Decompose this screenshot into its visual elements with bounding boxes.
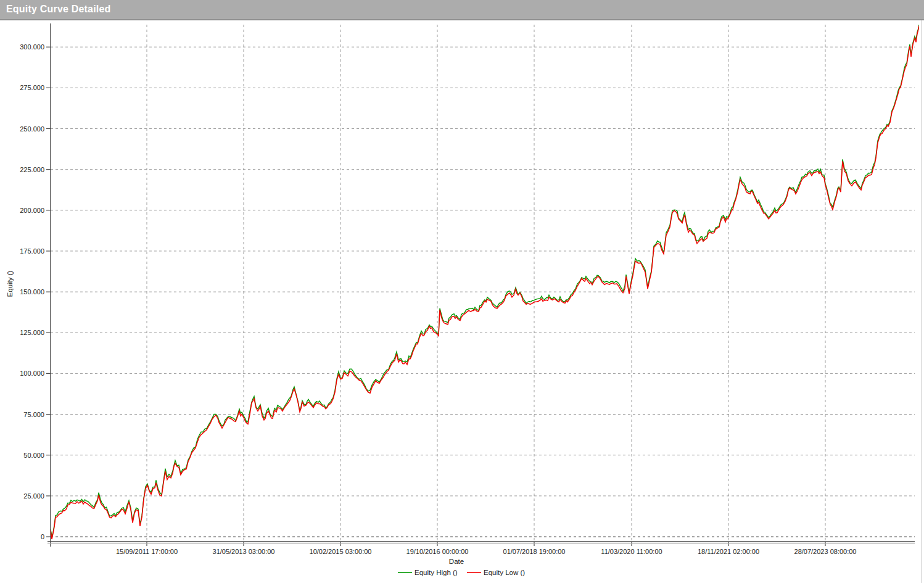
- y-tick-label: 150.000: [20, 288, 44, 296]
- y-tick-label: 300.000: [20, 43, 44, 51]
- y-tick-label: 0: [41, 533, 44, 540]
- y-tick-label: 250.000: [20, 125, 44, 133]
- y-tick-label: 175.000: [20, 247, 44, 255]
- equity-high-line: [51, 25, 919, 536]
- x-tick-label: 10/02/2015 03:00:00: [310, 548, 372, 555]
- y-tick-label: 50.000: [23, 452, 44, 459]
- y-tick-label: 200.000: [20, 207, 44, 214]
- x-axis-title: Date: [449, 558, 464, 565]
- y-tick-label: 275.000: [20, 84, 44, 91]
- x-tick-label: 11/03/2020 11:00:00: [601, 548, 662, 555]
- x-tick-label: 18/11/2021 02:00:00: [698, 548, 759, 555]
- equity-low-line: [51, 26, 919, 539]
- legend-equity-high-label: Equity High (): [415, 569, 458, 576]
- y-tick-label: 100.000: [20, 370, 44, 377]
- window-titlebar[interactable]: Equity Curve Detailed: [0, 0, 924, 20]
- x-tick-label: 31/05/2013 03:00:00: [213, 548, 275, 555]
- y-tick-label: 25.000: [23, 492, 44, 500]
- x-tick-label: 28/07/2023 08:00:00: [794, 548, 857, 555]
- chart-container: 025.00050.00075.000100.000125.000150.000…: [0, 22, 924, 583]
- legend-equity-low-label: Equity Low (): [484, 569, 525, 576]
- y-tick-label: 125.000: [20, 329, 44, 336]
- window-title: Equity Curve Detailed: [0, 0, 924, 15]
- equity-curve-window: Equity Curve Detailed 025.00050.00075.00…: [0, 0, 924, 583]
- x-tick-label: 01/07/2018 19:00:00: [503, 548, 566, 555]
- window-right-border: [922, 20, 922, 583]
- y-tick-label: 75.000: [23, 411, 44, 418]
- equity-chart[interactable]: 025.00050.00075.000100.000125.000150.000…: [0, 22, 924, 583]
- y-tick-label: 225.000: [20, 166, 44, 173]
- x-tick-label: 19/10/2016 00:00:00: [406, 548, 469, 555]
- y-axis-title: Equity (): [6, 270, 14, 297]
- x-tick-label: 15/09/2011 17:00:00: [116, 548, 178, 555]
